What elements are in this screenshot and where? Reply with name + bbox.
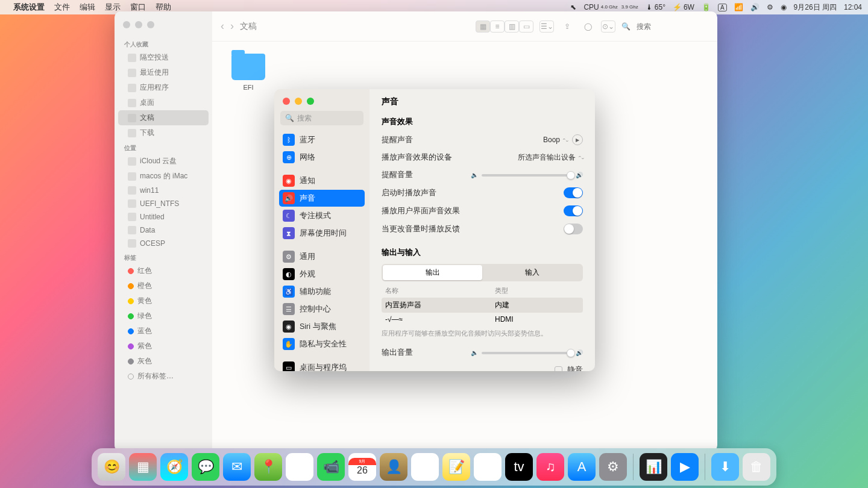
sidebar-tag-item[interactable]: 灰色 (118, 354, 209, 369)
sidebar-item[interactable]: UEFI_NTFS (118, 197, 209, 210)
view-columns-button[interactable]: ▥ (505, 20, 519, 33)
menubar-item[interactable]: 文件 (54, 2, 70, 13)
cursor-icon[interactable]: ⬉ (570, 3, 576, 11)
siri-icon[interactable]: ◉ (781, 3, 787, 11)
settings-sidebar-item[interactable]: ⧗屏幕使用时间 (279, 225, 365, 242)
sidebar-item[interactable]: 桌面 (118, 95, 209, 110)
watt-meter[interactable]: ⚡6W (673, 3, 694, 11)
battery-icon[interactable]: 🔋 (702, 3, 711, 11)
dock-item[interactable]: 〰 (474, 453, 502, 481)
dock-item[interactable]: ☰ (411, 453, 439, 481)
menubar-item[interactable]: 编辑 (80, 2, 95, 13)
sidebar-item[interactable]: 隔空投送 (118, 50, 209, 65)
dock-item[interactable]: ✿ (286, 453, 313, 481)
sidebar-item[interactable]: Untitled (118, 210, 209, 224)
settings-sidebar-item[interactable]: ▭桌面与程序坞 (279, 359, 365, 371)
settings-sidebar-item[interactable]: ✋隐私与安全性 (279, 336, 365, 352)
dock-item[interactable]: 😊 (98, 453, 125, 481)
settings-sidebar-item[interactable]: ☰控制中心 (279, 301, 365, 318)
mute-checkbox[interactable] (555, 366, 562, 371)
view-gallery-button[interactable]: ▭ (519, 20, 533, 33)
dock-item[interactable]: 📍 (254, 453, 282, 481)
sidebar-item[interactable]: 文稿 (118, 110, 209, 125)
settings-sidebar-item[interactable]: ☾专注模式 (279, 207, 365, 224)
back-button[interactable]: ‹ (221, 20, 224, 33)
wifi-icon[interactable]: 📶 (734, 3, 743, 11)
dock-item[interactable]: ▶ (671, 453, 699, 481)
output-volume-slider[interactable] (482, 352, 572, 354)
view-list-button[interactable]: ≡ (490, 20, 505, 33)
forward-button[interactable]: › (230, 20, 234, 33)
sidebar-tag-item[interactable]: 橙色 (118, 278, 209, 293)
alert-sound-dropdown[interactable]: Boop (543, 136, 567, 144)
dock-item[interactable]: ♫ (536, 453, 564, 481)
seg-output[interactable]: 输出 (383, 265, 482, 280)
dock-item[interactable]: 💬 (192, 453, 219, 481)
settings-sidebar-item[interactable]: ᛒ蓝牙 (279, 131, 365, 148)
sidebar-item[interactable]: macos 的 iMac (118, 169, 209, 184)
effects-device-dropdown[interactable]: 所选声音输出设备 (518, 152, 583, 163)
dock-item[interactable]: 📹 (317, 453, 345, 481)
cpu-meter[interactable]: CPU 4.0 Ghz3.9 Ghz (583, 3, 638, 11)
view-icons-button[interactable]: ▦ (476, 20, 490, 33)
finder-search[interactable] (637, 20, 709, 33)
action-button[interactable]: ⊙⌄ (601, 20, 615, 33)
settings-sidebar-item[interactable]: ⚙通用 (279, 248, 365, 265)
settings-sidebar-item[interactable]: ◉通知 (279, 172, 365, 189)
input-icon[interactable]: A (718, 4, 727, 11)
temp-meter[interactable]: 🌡65° (646, 3, 665, 11)
settings-search[interactable]: 🔍 搜索 (280, 111, 363, 125)
device-row[interactable]: 内置扬声器内建 (382, 298, 583, 313)
sound-icon[interactable]: 🔊 (750, 3, 760, 11)
group-button[interactable]: ☰⌄ (539, 20, 554, 33)
dock-item[interactable]: ▦ (129, 453, 157, 481)
dock-item[interactable]: 9月26 (348, 453, 376, 481)
settings-sidebar-item[interactable]: ⊕网络 (279, 149, 365, 166)
volume-feedback-toggle[interactable] (564, 224, 583, 234)
dock-item[interactable]: ⚙ (599, 453, 627, 481)
dock-item[interactable]: ⬇ (711, 453, 739, 481)
play-button[interactable]: ▶ (572, 134, 583, 145)
device-row[interactable]: -√—≈HDMI (382, 313, 583, 326)
share-button[interactable]: ⇪ (560, 20, 574, 33)
menubar-time[interactable]: 12:04 (844, 3, 862, 11)
settings-sidebar-item[interactable]: ♿辅助功能 (279, 283, 365, 300)
sidebar-item[interactable]: 最近使用 (118, 65, 209, 80)
sidebar-tag-item[interactable]: 黄色 (118, 293, 209, 308)
dock-item[interactable]: 🗑 (743, 453, 770, 481)
dock-item[interactable]: 👤 (380, 453, 407, 481)
menubar-app[interactable]: 系统设置 (13, 2, 45, 13)
menubar-date[interactable]: 9月26日 周四 (794, 2, 837, 13)
sidebar-item[interactable]: OCESP (118, 237, 209, 250)
minimize-button[interactable] (295, 98, 302, 105)
dock-item[interactable]: 📝 (442, 453, 470, 481)
close-button[interactable] (283, 98, 290, 105)
folder-item[interactable]: EFI (224, 54, 272, 91)
control-center-icon[interactable]: ⚙ (767, 3, 773, 11)
dock-item[interactable]: A (568, 453, 596, 481)
sidebar-item[interactable]: iCloud 云盘 (118, 154, 209, 169)
seg-input[interactable]: 输入 (482, 265, 582, 280)
sidebar-tag-item[interactable]: 红色 (118, 263, 209, 278)
alert-volume-slider[interactable] (482, 174, 572, 177)
sidebar-item[interactable]: 下载 (118, 125, 209, 140)
ui-sound-toggle[interactable] (564, 205, 583, 216)
zoom-button[interactable] (307, 98, 314, 105)
sidebar-item[interactable]: Data (118, 224, 209, 237)
settings-sidebar-item[interactable]: 🔊声音 (279, 190, 365, 207)
sidebar-item[interactable]: 应用程序 (118, 80, 209, 95)
settings-sidebar-item[interactable]: ◐外观 (279, 266, 365, 283)
startup-sound-toggle[interactable] (564, 187, 583, 198)
dock-item[interactable]: 📊 (640, 453, 667, 481)
sidebar-tag-item[interactable]: 蓝色 (118, 324, 209, 339)
settings-sidebar-item[interactable]: ◉Siri 与聚焦 (279, 318, 365, 335)
tag-button[interactable]: ◯ (580, 20, 595, 33)
sidebar-tag-item[interactable]: 所有标签… (118, 369, 209, 384)
finder-traffic-lights[interactable] (115, 16, 212, 37)
menubar-item[interactable]: 显示 (105, 2, 121, 13)
sidebar-tag-item[interactable]: 紫色 (118, 339, 209, 354)
sidebar-item[interactable]: win11 (118, 184, 209, 197)
dock-item[interactable]: tv (505, 453, 533, 481)
dock-item[interactable]: ✉ (223, 453, 251, 481)
dock-item[interactable]: 🧭 (160, 453, 188, 481)
